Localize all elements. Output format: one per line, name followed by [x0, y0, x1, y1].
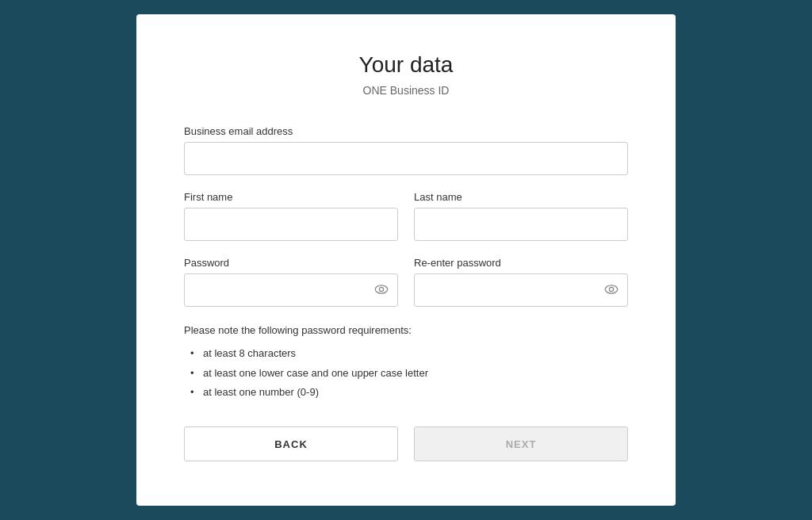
first-name-label: First name: [184, 191, 398, 203]
form-container: Business email address First name Last n…: [184, 125, 628, 461]
password-group: Password: [184, 257, 398, 307]
back-button[interactable]: BACK: [184, 426, 398, 461]
reenter-password-eye-icon[interactable]: [604, 283, 619, 297]
password-input[interactable]: [184, 273, 398, 307]
email-label: Business email address: [184, 125, 628, 137]
last-name-input[interactable]: [414, 208, 628, 241]
reenter-password-input[interactable]: [414, 273, 628, 307]
requirement-item-3: at least one number (0-9): [190, 384, 628, 401]
modal-container: Your data ONE Business ID Business email…: [136, 14, 676, 506]
svg-point-1: [379, 287, 383, 291]
requirements-list: at least 8 characters at least one lower…: [184, 346, 628, 401]
password-requirements: Please note the following password requi…: [184, 323, 628, 401]
svg-point-2: [605, 285, 617, 293]
first-name-group: First name: [184, 191, 398, 241]
modal-title: Your data: [359, 52, 454, 78]
email-group: Business email address: [184, 125, 628, 175]
modal-subtitle: ONE Business ID: [363, 84, 450, 97]
reenter-password-wrapper: [414, 273, 628, 307]
button-row: BACK NEXT: [184, 426, 628, 461]
requirement-item-2: at least one lower case and one upper ca…: [190, 365, 628, 382]
reenter-password-label: Re-enter password: [414, 257, 628, 269]
reenter-password-group: Re-enter password: [414, 257, 628, 307]
email-input[interactable]: [184, 142, 628, 175]
password-wrapper: [184, 273, 398, 307]
name-row: First name Last name: [184, 191, 628, 241]
password-eye-icon[interactable]: [374, 283, 389, 297]
last-name-group: Last name: [414, 191, 628, 241]
requirement-item-1: at least 8 characters: [190, 346, 628, 362]
svg-point-0: [375, 285, 387, 293]
password-row: Password Re-enter password: [184, 257, 628, 307]
svg-point-3: [609, 287, 613, 291]
last-name-label: Last name: [414, 191, 628, 203]
password-label: Password: [184, 257, 398, 269]
first-name-input[interactable]: [184, 208, 398, 241]
next-button[interactable]: NEXT: [414, 426, 628, 461]
requirements-intro: Please note the following password requi…: [184, 323, 628, 339]
